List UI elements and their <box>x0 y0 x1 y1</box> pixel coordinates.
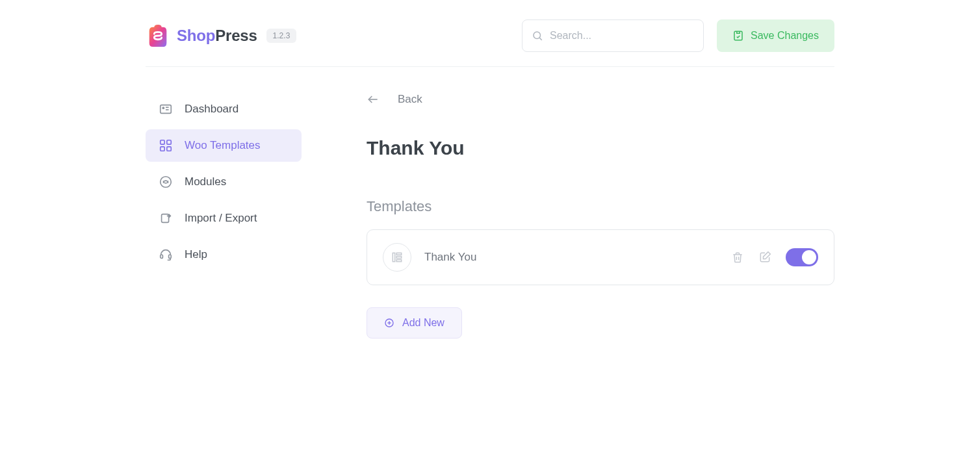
svg-point-0 <box>534 32 541 39</box>
sidebar-item-label: Dashboard <box>185 103 239 116</box>
sidebar-item-help[interactable]: Help <box>146 238 302 271</box>
edit-icon[interactable] <box>758 251 771 264</box>
back-link[interactable]: Back <box>367 93 834 106</box>
dashboard-icon <box>159 102 173 116</box>
toggle-knob <box>802 250 816 264</box>
save-label: Save Changes <box>751 30 819 42</box>
template-actions <box>731 248 818 266</box>
svg-rect-13 <box>161 255 163 259</box>
template-name: Thank You <box>424 251 476 264</box>
back-label: Back <box>398 93 422 106</box>
logo-text: ShopPress <box>177 27 257 45</box>
logo-zone: ShopPress 1.2.3 <box>146 23 296 48</box>
template-toggle[interactable] <box>786 248 818 266</box>
page-title: Thank You <box>367 137 834 159</box>
svg-rect-19 <box>396 260 402 262</box>
svg-rect-7 <box>161 140 164 144</box>
import-export-icon <box>159 211 173 225</box>
sidebar-item-label: Modules <box>185 175 226 188</box>
arrow-left-icon <box>367 93 380 106</box>
sidebar-item-dashboard[interactable]: Dashboard <box>146 93 302 125</box>
svg-rect-12 <box>162 214 169 223</box>
svg-rect-18 <box>396 257 402 259</box>
version-badge: 1.2.3 <box>266 29 297 43</box>
app-logo[interactable]: ShopPress <box>146 23 257 48</box>
search-icon <box>532 30 543 42</box>
sidebar-item-label: Woo Templates <box>185 139 261 152</box>
svg-rect-16 <box>393 253 394 261</box>
main-content: Back Thank You Templates Thank You <box>367 93 834 339</box>
elementor-icon <box>391 251 404 264</box>
save-changes-button[interactable]: Save Changes <box>717 19 834 52</box>
body: Dashboard Woo Templates Modules <box>146 67 834 339</box>
add-new-label: Add New <box>402 317 445 329</box>
template-info: Thank You <box>383 243 476 272</box>
svg-rect-17 <box>396 253 402 255</box>
search-box[interactable] <box>522 19 704 52</box>
sidebar-item-import-export[interactable]: Import / Export <box>146 202 302 235</box>
svg-rect-2 <box>734 31 742 40</box>
sidebar-item-woo-templates[interactable]: Woo Templates <box>146 129 302 162</box>
search-input[interactable] <box>550 30 694 42</box>
sidebar: Dashboard Woo Templates Modules <box>146 93 302 339</box>
help-icon <box>159 248 173 262</box>
templates-icon <box>159 138 173 153</box>
section-label: Templates <box>367 198 834 215</box>
sidebar-item-label: Help <box>185 248 207 261</box>
shoppress-logo-icon <box>146 23 170 48</box>
header-right: Save Changes <box>522 19 834 52</box>
sidebar-item-modules[interactable]: Modules <box>146 166 302 198</box>
svg-rect-3 <box>161 105 172 114</box>
header: ShopPress 1.2.3 Save Changes <box>146 13 834 67</box>
svg-point-4 <box>162 107 164 109</box>
template-card: Thank You <box>367 229 834 285</box>
sidebar-item-label: Import / Export <box>185 212 257 225</box>
svg-rect-8 <box>167 140 171 144</box>
svg-rect-9 <box>161 147 164 151</box>
svg-line-1 <box>539 38 541 40</box>
add-new-button[interactable]: Add New <box>367 307 462 339</box>
plus-circle-icon <box>384 318 394 328</box>
template-icon-circle <box>383 243 411 272</box>
svg-rect-10 <box>167 147 171 151</box>
svg-rect-14 <box>169 255 172 259</box>
modules-icon <box>159 175 173 189</box>
svg-point-11 <box>161 177 172 188</box>
trash-icon[interactable] <box>731 251 744 264</box>
save-icon <box>732 30 744 42</box>
